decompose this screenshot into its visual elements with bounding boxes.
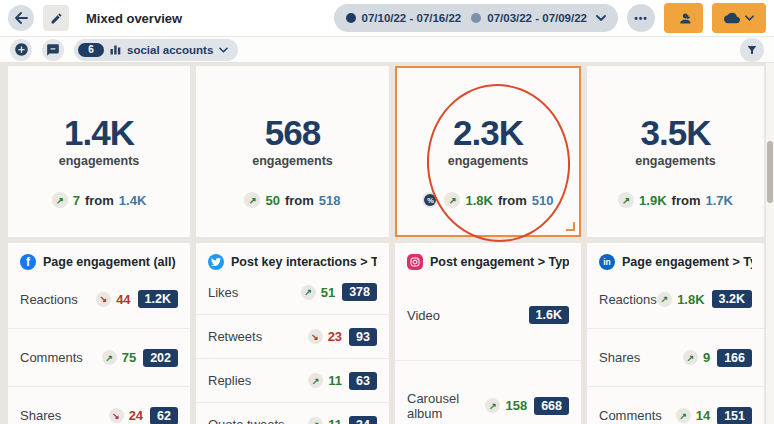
kpi-value: 568 [265,114,320,152]
current-period-label: 07/10/22 - 07/16/22 [362,12,462,24]
kpi-value: 3.5K [641,114,711,152]
value-badge: 668 [534,397,569,415]
linkedin-icon: in [599,254,615,270]
widget-grid: 1.4K engagements ↗ 7 from 1.4K 568 engag… [0,63,774,424]
edit-button[interactable] [43,5,69,31]
change-value: 75 [122,350,136,365]
trend-up-icon: ↗ [308,373,323,388]
metric-label: Likes [208,285,238,300]
trend-up-icon: ↗ [618,192,634,208]
trend-down-icon: ↘ [109,408,124,423]
kpi-metric-label: engagements [252,154,333,168]
share-report-button[interactable] [664,3,703,33]
trend-up-icon: ↗ [444,192,460,208]
metric-label: Video [407,308,440,323]
kpi-metric-label: engagements [448,154,529,168]
metric-label: Shares [599,350,640,365]
value-badge: 34 [349,416,377,424]
card-title: Page engagement > Type [622,255,752,269]
widget-toolbar: 6 social accounts [0,37,774,63]
pencil-icon [50,12,63,25]
metric-change: ↗ 158 668 [485,397,569,415]
change-value: 9 [703,350,710,365]
metric-row: Shares ↘ 24 62 [8,386,190,424]
kpi-metric-label: engagements [635,154,716,168]
plus-circle-icon [14,42,29,57]
value-badge: 3.2K [712,290,752,308]
previous-value: 510 [532,193,554,208]
chat-bubble-icon [46,43,60,57]
back-button[interactable] [8,5,34,31]
funnel-icon [746,44,758,56]
value-badge: 202 [143,349,178,367]
from-word: from [498,193,527,208]
cloud-icon [724,12,740,24]
metric-row: Reactions ↘ 44 1.2K [8,270,190,328]
value-badge: 151 [717,407,752,424]
twitter-interactions-card[interactable]: Post key interactions > Type Likes ↗ 51 … [196,243,389,424]
from-word: from [285,193,314,208]
filter-button[interactable] [740,38,764,62]
metric-label: Shares [20,408,61,423]
metric-change: 1.6K [527,306,569,324]
metric-change: ↘ 44 1.2K [96,290,178,308]
metric-label: Reactions [20,292,78,307]
instagram-icon [407,254,423,270]
percent-toggle-icon[interactable]: % [422,192,438,208]
metric-row: Likes ↗ 51 378 [196,270,389,314]
value-badge: 63 [349,372,377,390]
trend-up-icon: ↗ [52,192,68,208]
comments-button[interactable] [42,39,64,61]
trend-down-icon: ↘ [308,329,323,344]
trend-up-icon: ↗ [308,417,323,424]
arrow-left-icon [14,12,28,24]
kpi-card-engagements-3-selected[interactable]: 2.3K engagements % ↗ 1.8K from 510 [395,66,581,237]
kpi-value: 2.3K [453,114,523,152]
card-header: in Page engagement > Type [587,243,764,270]
kpi-card-engagements-4[interactable]: 3.5K engagements ↗ 1.9K from 1.7K [587,66,764,237]
twitter-icon [208,254,224,270]
more-options-button[interactable]: ••• [627,4,655,32]
widget-resize-handle[interactable] [566,222,575,231]
scrollbar-thumb[interactable] [767,141,773,203]
facebook-engagement-card[interactable]: f Page engagement (all) > T... Reactions… [8,243,190,424]
metric-change: ↗ 1.8K 3.2K [657,290,752,308]
export-button[interactable] [712,3,766,33]
kpi-change-line: ↗ 50 from 518 [244,192,340,208]
linkedin-engagement-card[interactable]: in Page engagement > Type Reactions ↗ 1.… [587,243,764,424]
date-range-selector[interactable]: 07/10/22 - 07/16/22 07/03/22 - 07/09/22 [334,4,619,32]
kpi-card-engagements-1[interactable]: 1.4K engagements ↗ 7 from 1.4K [8,66,190,237]
change-value: 1.8K [465,193,492,208]
bar-chart-icon [110,44,121,55]
ellipsis-icon: ••• [634,13,648,24]
trend-up-icon: ↗ [485,398,500,413]
accounts-count-badge: 6 [78,43,104,57]
metric-change: ↗ 51 378 [301,283,377,301]
change-value: 23 [328,329,342,344]
trend-down-icon: ↘ [96,292,111,307]
chevron-down-icon [596,15,606,21]
social-accounts-selector[interactable]: 6 social accounts [74,39,238,61]
trend-up-icon: ↗ [301,285,316,300]
instagram-engagement-card[interactable]: Post engagement > Type Video 1.6K Carous… [395,243,581,424]
previous-value: 1.7K [705,193,732,208]
scrollbar-track[interactable] [766,63,774,424]
page-title: Mixed overview [86,11,182,26]
accounts-label: social accounts [127,44,213,56]
add-widget-button[interactable] [10,39,32,61]
chevron-down-icon [745,15,754,21]
trend-up-icon: ↗ [683,350,698,365]
kpi-metric-label: engagements [59,154,140,168]
metric-label: Carousel album [407,391,485,421]
current-period-dot [346,13,356,23]
value-badge: 378 [342,283,377,301]
change-value: 11 [328,417,342,424]
trend-up-icon: ↗ [657,292,672,307]
kpi-card-engagements-2[interactable]: 568 engagements ↗ 50 from 518 [196,66,389,237]
metric-label: Replies [208,373,251,388]
metric-row: Reactions ↗ 1.8K 3.2K [587,270,764,328]
previous-value: 518 [319,193,341,208]
metric-row: Comments ↗ 75 202 [8,328,190,386]
metric-change: ↗ 11 63 [308,372,377,390]
change-value: 51 [321,285,335,300]
